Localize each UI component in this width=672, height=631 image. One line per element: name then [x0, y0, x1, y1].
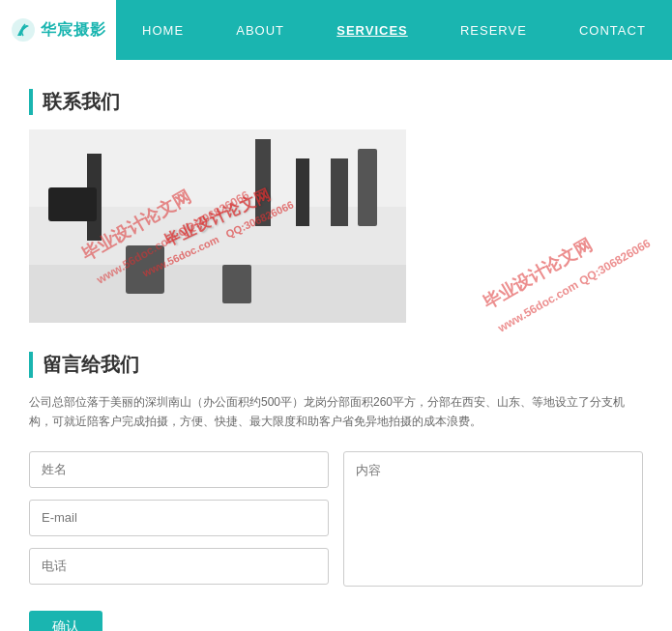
contact-description: 公司总部位落于美丽的深圳南山（办公面积约500平）龙岗分部面积260平方，分部在… — [29, 392, 643, 432]
main-nav: HOME ABOUT SERVICES RESERVE CONTACT — [116, 0, 672, 60]
form-left-column — [29, 451, 329, 589]
chair — [126, 245, 164, 294]
nav-about[interactable]: ABOUT — [226, 23, 294, 38]
nav-services[interactable]: SERVICES — [327, 23, 418, 38]
monitor — [48, 187, 97, 221]
equipment-5 — [255, 139, 271, 226]
equipment-4 — [296, 158, 309, 226]
submit-button[interactable]: 确认 — [29, 611, 102, 631]
studio-floor — [29, 265, 406, 323]
logo-text: 华宸摄影 — [41, 20, 106, 41]
equipment-6 — [222, 265, 251, 303]
main-content: 联系我们 毕业设计论文网 www.56doc.com QQ:306826066 … — [0, 60, 672, 631]
logo[interactable]: 华宸摄影 — [0, 0, 116, 60]
logo-icon — [10, 16, 37, 43]
email-input[interactable] — [29, 500, 329, 536]
nav-reserve[interactable]: RESERVE — [451, 23, 537, 38]
site-header: 华宸摄影 HOME ABOUT SERVICES RESERVE CONTACT — [0, 0, 672, 60]
nav-contact[interactable]: CONTACT — [570, 23, 656, 38]
form-row-main — [29, 451, 643, 589]
message-section: 留言给我们 公司总部位落于美丽的深圳南山（办公面积约500平）龙岗分部面积260… — [29, 352, 643, 631]
contact-form: 确认 — [29, 451, 643, 631]
section-title-contact: 联系我们 — [29, 89, 643, 115]
equipment-2 — [331, 158, 348, 226]
nav-home[interactable]: HOME — [132, 23, 193, 38]
section-title-message: 留言给我们 — [29, 352, 643, 378]
studio-photo: 毕业设计论文网 www.56doc.com QQ:306826066 — [29, 129, 406, 323]
name-input[interactable] — [29, 451, 329, 488]
contact-us-section: 联系我们 毕业设计论文网 www.56doc.com QQ:306826066 — [29, 89, 643, 323]
equipment-1 — [358, 149, 377, 226]
phone-input[interactable] — [29, 548, 329, 585]
form-right-column — [343, 451, 643, 589]
message-textarea[interactable] — [343, 451, 643, 587]
